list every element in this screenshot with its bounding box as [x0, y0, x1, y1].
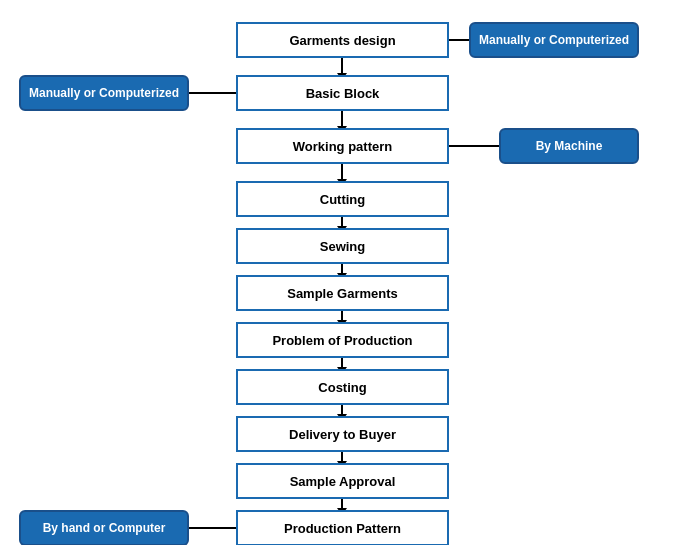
- sample-garments-label: Sample Garments: [287, 286, 398, 301]
- problem-production-box: Problem of Production: [236, 322, 449, 358]
- production-pattern-box: Production Pattern: [236, 510, 449, 545]
- manually-computerized-left-box: Manually or Computerized: [19, 75, 189, 111]
- sewing-box: Sewing: [236, 228, 449, 264]
- production-pattern-label: Production Pattern: [284, 521, 401, 536]
- delivery-buyer-box: Delivery to Buyer: [236, 416, 449, 452]
- cutting-box: Cutting: [236, 181, 449, 217]
- basic-block-label: Basic Block: [306, 86, 380, 101]
- manually-computerized-right-label: Manually or Computerized: [479, 33, 629, 47]
- sample-approval-label: Sample Approval: [290, 474, 396, 489]
- costing-label: Costing: [318, 380, 366, 395]
- by-machine-box: By Machine: [499, 128, 639, 164]
- cutting-label: Cutting: [320, 192, 365, 207]
- sample-garments-box: Sample Garments: [236, 275, 449, 311]
- manually-computerized-left-label: Manually or Computerized: [29, 86, 179, 100]
- working-pattern-box: Working pattern: [236, 128, 449, 164]
- working-pattern-label: Working pattern: [293, 139, 392, 154]
- manually-computerized-right-box: Manually or Computerized: [469, 22, 639, 58]
- sewing-label: Sewing: [320, 239, 366, 254]
- by-hand-computer-box: By hand or Computer: [19, 510, 189, 545]
- problem-production-label: Problem of Production: [272, 333, 412, 348]
- sample-approval-box: Sample Approval: [236, 463, 449, 499]
- by-hand-computer-label: By hand or Computer: [43, 521, 166, 535]
- garments-design-label: Garments design: [289, 33, 395, 48]
- delivery-buyer-label: Delivery to Buyer: [289, 427, 396, 442]
- garments-design-box: Garments design: [236, 22, 449, 58]
- flowchart: Garments design Basic Block Working patt…: [0, 0, 694, 545]
- basic-block-box: Basic Block: [236, 75, 449, 111]
- by-machine-label: By Machine: [536, 139, 603, 153]
- costing-box: Costing: [236, 369, 449, 405]
